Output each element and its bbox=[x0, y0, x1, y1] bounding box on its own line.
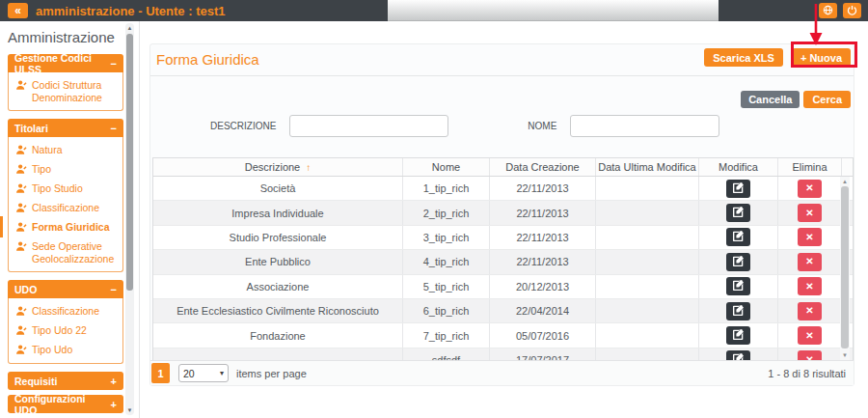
x-icon: ✕ bbox=[805, 208, 813, 218]
panel-body: ClassificazioneTipo Udo 22Tipo Udo bbox=[8, 298, 123, 364]
edit-row-button[interactable] bbox=[726, 204, 750, 222]
table-scrollbar[interactable]: ▲ ▼ bbox=[840, 177, 850, 360]
cell-nome: 2_tip_rich bbox=[403, 201, 490, 224]
cell-nome: 7_tip_rich bbox=[403, 323, 490, 347]
sidebar-item-label: Tipo Udo 22 bbox=[32, 324, 87, 337]
sidebar-item-label: Codici Struttura Denominazione bbox=[32, 79, 119, 104]
nuova-button[interactable]: + Nuova bbox=[792, 48, 851, 67]
panel-header-label: Gestione Codici ULSS bbox=[14, 52, 111, 75]
user-edit-icon bbox=[16, 145, 27, 157]
collapse-minus-icon[interactable]: − bbox=[111, 58, 117, 70]
expand-plus-icon[interactable]: + bbox=[111, 399, 117, 410]
cell-data-creazione: 20/12/2013 bbox=[490, 275, 596, 298]
expand-plus-icon[interactable]: + bbox=[111, 376, 117, 387]
cell-nome: 6_tip_rich bbox=[403, 299, 490, 322]
x-icon: ✕ bbox=[805, 232, 813, 242]
edit-row-button[interactable] bbox=[726, 326, 750, 345]
sidebar-item-forma-giuridica[interactable]: Forma Giuridica bbox=[9, 218, 122, 237]
page-size-select[interactable]: 20 ▾ bbox=[178, 364, 229, 382]
column-header-modifica[interactable]: Modifica bbox=[699, 158, 778, 176]
cancella-button[interactable]: Cancella bbox=[741, 91, 800, 108]
column-header-elimina[interactable]: Elimina bbox=[778, 158, 842, 176]
sidebar-panel-header-requisiti[interactable]: Requisiti+ bbox=[8, 372, 123, 390]
sidebar-item-tipo-studio[interactable]: Tipo Studio bbox=[9, 180, 122, 199]
delete-row-button[interactable]: ✕ bbox=[798, 302, 822, 320]
edit-row-button[interactable] bbox=[726, 180, 750, 198]
sidebar-item-classificazione[interactable]: Classificazione bbox=[9, 199, 122, 218]
sidebar-item-tipo[interactable]: Tipo bbox=[9, 160, 122, 180]
column-header-label: Elimina bbox=[792, 161, 827, 173]
descrizione-field-group: DESCRIZIONE bbox=[210, 115, 448, 137]
edit-row-button[interactable] bbox=[726, 277, 750, 295]
language-globe-button[interactable] bbox=[819, 3, 837, 18]
collapse-minus-icon[interactable]: − bbox=[111, 123, 117, 134]
delete-row-button[interactable]: ✕ bbox=[798, 326, 822, 345]
panel-body: NaturaTipoTipo StudioClassificazioneForm… bbox=[8, 137, 123, 272]
edit-row-button[interactable] bbox=[726, 302, 750, 320]
sidebar-panel-header-gestione-codici-ulss[interactable]: Gestione Codici ULSS− bbox=[8, 54, 123, 72]
sidebar-panel-header-configurazioni-udo[interactable]: Configurazioni UDO+ bbox=[8, 395, 123, 413]
sort-ascending-icon[interactable]: ↑ bbox=[306, 162, 311, 173]
sidebar-scrollbar[interactable]: ▲ ▼ bbox=[125, 23, 134, 415]
cell-modifica bbox=[699, 275, 778, 298]
cell-data-creazione: 22/11/2013 bbox=[490, 250, 596, 273]
sidebar-item-codici-struttura-denominazione[interactable]: Codici Struttura Denominazione bbox=[9, 76, 122, 107]
sidebar-item-label: Forma Giuridica bbox=[32, 221, 110, 234]
data-table: Descrizione↑NomeData CreazioneData Ultim… bbox=[152, 157, 854, 362]
delete-row-button[interactable]: ✕ bbox=[798, 204, 822, 222]
sidebar-panel-titolari: Titolari−NaturaTipoTipo StudioClassifica… bbox=[8, 119, 123, 272]
x-icon: ✕ bbox=[805, 305, 813, 316]
collapse-sidebar-button[interactable]: « bbox=[8, 3, 28, 18]
user-edit-icon bbox=[16, 241, 27, 254]
delete-row-button[interactable]: ✕ bbox=[798, 228, 822, 246]
table-row: Ente Ecclesiastico Civilmente Riconosciu… bbox=[153, 299, 853, 323]
scroll-down-icon[interactable]: ▼ bbox=[840, 351, 850, 359]
edit-pencil-icon bbox=[733, 206, 744, 220]
cell-descrizione: Fondazione bbox=[153, 323, 403, 347]
column-header-descrizione[interactable]: Descrizione↑ bbox=[153, 158, 403, 176]
logout-power-button[interactable] bbox=[843, 3, 861, 18]
sidebar-item-tipo-udo[interactable]: Tipo Udo bbox=[9, 341, 122, 360]
sidebar-title: Amministrazione bbox=[8, 29, 139, 45]
edit-row-button[interactable] bbox=[726, 228, 750, 246]
column-header-nome[interactable]: Nome bbox=[403, 158, 490, 176]
table-row: Ente Pubblico4_tip_rich22/11/2013✕ bbox=[153, 250, 853, 274]
sidebar-item-classificazione[interactable]: Classificazione bbox=[9, 302, 122, 321]
cell-nome: 1_tip_rich bbox=[403, 177, 490, 200]
edit-row-button[interactable] bbox=[726, 253, 750, 271]
collapse-minus-icon[interactable]: − bbox=[111, 284, 117, 295]
cerca-button[interactable]: Cerca bbox=[803, 91, 851, 108]
sidebar-item-sede-operative-geolocalizzazione[interactable]: Sede Operative Geolocalizzazione bbox=[9, 237, 122, 268]
x-icon: ✕ bbox=[805, 256, 813, 266]
cell-data-ultima-modifica bbox=[596, 275, 699, 298]
scarica-xls-button[interactable]: Scarica XLS bbox=[704, 48, 783, 67]
cell-modifica bbox=[699, 299, 778, 322]
table-body: Società1_tip_rich22/11/2013✕Impresa Indi… bbox=[153, 177, 853, 362]
cell-data-creazione: 22/11/2013 bbox=[490, 177, 596, 200]
scroll-down-icon[interactable]: ▼ bbox=[125, 406, 134, 414]
nome-field-group: NOME bbox=[528, 115, 719, 137]
cell-elimina: ✕ bbox=[778, 275, 842, 298]
scrollbar-thumb[interactable] bbox=[126, 34, 133, 291]
scrollbar-thumb[interactable] bbox=[841, 186, 849, 348]
sidebar-item-tipo-udo-22[interactable]: Tipo Udo 22 bbox=[9, 321, 122, 341]
column-header-data-ultima-modifica[interactable]: Data Ultima Modifica bbox=[596, 158, 699, 176]
descrizione-input[interactable] bbox=[289, 115, 448, 137]
sidebar-item-natura[interactable]: Natura bbox=[9, 141, 122, 160]
column-header-data-creazione[interactable]: Data Creazione bbox=[490, 158, 596, 176]
delete-row-button[interactable]: ✕ bbox=[798, 277, 822, 295]
sidebar-panel-header-titolari[interactable]: Titolari− bbox=[8, 119, 123, 137]
delete-row-button[interactable]: ✕ bbox=[798, 253, 822, 271]
top-bar-right bbox=[719, 0, 868, 21]
scroll-up-icon[interactable]: ▲ bbox=[125, 24, 134, 32]
edit-pencil-icon bbox=[733, 279, 744, 293]
delete-row-button[interactable]: ✕ bbox=[798, 180, 822, 198]
sidebar-panels: Gestione Codici ULSS−Codici Struttura De… bbox=[8, 54, 139, 418]
scroll-up-icon[interactable]: ▲ bbox=[840, 178, 850, 185]
page-1-button[interactable]: 1 bbox=[151, 363, 170, 383]
sidebar-item-label: Classificazione bbox=[32, 305, 99, 318]
table-row: Impresa Individuale2_tip_rich22/11/2013✕ bbox=[153, 201, 853, 225]
sidebar-panel-header-udo[interactable]: UDO− bbox=[8, 280, 123, 298]
nome-input[interactable] bbox=[570, 115, 719, 137]
cell-elimina: ✕ bbox=[778, 250, 842, 273]
